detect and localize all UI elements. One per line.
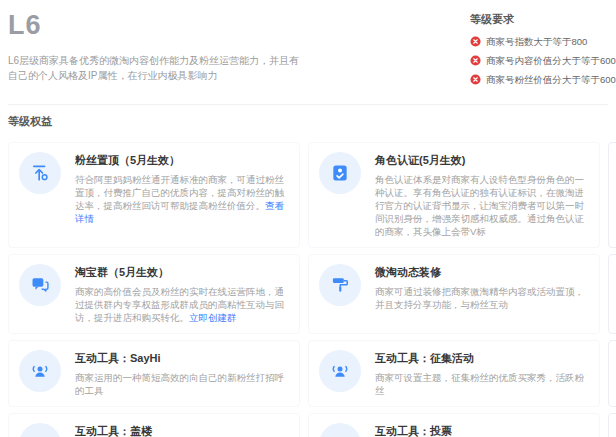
benefit-title: 互动工具：征集活动 xyxy=(375,351,589,366)
level-title: L6 xyxy=(8,10,318,41)
benefit-card-cutoff xyxy=(608,254,616,334)
benefit-card-cutoff xyxy=(608,413,616,437)
benefit-desc: 商家可设置主题，征集粉丝的优质买家秀，活跃粉丝 xyxy=(375,371,589,397)
pin-top-icon xyxy=(19,152,61,194)
requirement-text: 商家号指数大于等于800 xyxy=(486,36,587,49)
benefits-section: 等级权益 粉丝置顶（5月生效） 符合阿里妈妈粉丝通开通标准的商家，可通过粉丝置顶… xyxy=(8,104,608,437)
benefit-card-sayhi: 互动工具：SayHi 商家运用的一种简短高效的向自己的新粉丝打招呼的工具 xyxy=(8,340,300,407)
benefit-card-taobao-group: 淘宝群（5月生效） 商家的高价值会员及粉丝的实时在线运营阵地，通过提供群内专享权… xyxy=(8,254,300,334)
level-description: L6层级商家具备优秀的微淘内容创作能力及粉丝运营能力，并且有自己的个人风格及IP… xyxy=(8,53,306,83)
requirement-item: 商家号指数大于等于800 xyxy=(470,36,608,49)
benefits-header: 等级权益 xyxy=(8,114,608,129)
benefit-card-weitao-decorate: 微淘动态装修 商家可通过装修把商家微淘精华内容或活动置顶，并且支持分享功能，与粉… xyxy=(308,254,600,334)
person-broadcast-icon xyxy=(19,423,61,437)
benefits-row: 互动工具：盖楼 盖楼是一种互动工具，发布一个盖楼后用户就可以在微淘内容下进行盖楼… xyxy=(8,413,608,437)
requirement-text: 商家号粉丝价值分大于等于600 xyxy=(486,74,616,87)
requirement-item: 商家号粉丝价值分大于等于600 xyxy=(470,74,608,87)
red-x-icon xyxy=(470,55,481,68)
benefit-card-collect-activity: 互动工具：征集活动 商家可设置主题，征集粉丝的优质买家秀，活跃粉丝 xyxy=(308,340,600,407)
benefit-desc: 角色认证体系是对商家有人设特色型身份角色的一种认证。享有角色认证的独有认证标识，… xyxy=(375,173,589,238)
benefit-desc: 商家可通过装修把商家微淘精华内容或活动置顶，并且支持分享功能，与粉丝互动 xyxy=(375,285,589,311)
benefit-title: 互动工具：投票 xyxy=(375,424,589,437)
benefit-desc: 商家的高价值会员及粉丝的实时在线运营阵地，通过提供群内专享权益形成群成员的高粘性… xyxy=(75,285,289,324)
benefit-card-cutoff xyxy=(608,142,616,248)
benefit-desc: 商家运用的一种简短高效的向自己的新粉丝打招呼的工具 xyxy=(75,371,289,397)
benefit-title: 角色认证(5月生效) xyxy=(375,153,589,168)
benefit-card-role-cert: 角色认证(5月生效) 角色认证体系是对商家有人设特色型身份角色的一种认证。享有角… xyxy=(308,142,600,248)
red-x-icon xyxy=(470,74,481,87)
level-requirements: 等级要求 商家号指数大于等于800 商家号内容价值分大于等于600 商家号粉丝价… xyxy=(470,12,608,93)
benefit-desc-text: 商家的高价值会员及粉丝的实时在线运营阵地，通过提供群内专享权益形成群成员的高粘性… xyxy=(75,286,284,323)
benefit-title: 互动工具：SayHi xyxy=(75,351,289,366)
requirements-header: 等级要求 xyxy=(470,12,608,27)
benefits-row: 互动工具：SayHi 商家运用的一种简短高效的向自己的新粉丝打招呼的工具 互动工… xyxy=(8,340,608,407)
benefit-desc-text: 符合阿里妈妈粉丝通开通标准的商家，可通过粉丝置顶，付费推广自己的优质内容，提高对… xyxy=(75,174,284,211)
benefit-title: 微淘动态装修 xyxy=(375,265,589,280)
benefit-card-gailou: 互动工具：盖楼 盖楼是一种互动工具，发布一个盖楼后用户就可以在微淘内容下进行盖楼… xyxy=(8,413,300,437)
benefits-row: 淘宝群（5月生效） 商家的高价值会员及粉丝的实时在线运营阵地，通过提供群内专享权… xyxy=(8,254,608,334)
requirement-item: 商家号内容价值分大于等于600 xyxy=(470,55,608,68)
person-broadcast-icon xyxy=(319,423,361,437)
red-x-icon xyxy=(470,36,481,49)
person-broadcast-icon xyxy=(19,350,61,392)
benefit-title: 互动工具：盖楼 xyxy=(75,424,289,437)
level-intro: L6 L6层级商家具备优秀的微淘内容创作能力及粉丝运营能力，并且有自己的个人风格… xyxy=(8,8,318,83)
level-benefits-page: L6 L6层级商家具备优秀的微淘内容创作能力及粉丝运营能力，并且有自己的个人风格… xyxy=(0,0,616,437)
badge-check-icon xyxy=(319,152,361,194)
requirement-text: 商家号内容价值分大于等于600 xyxy=(486,55,616,68)
benefit-card-pin-top: 粉丝置顶（5月生效） 符合阿里妈妈粉丝通开通标准的商家，可通过粉丝置顶，付费推广… xyxy=(8,142,300,248)
paint-roller-icon xyxy=(319,264,361,306)
benefit-title: 粉丝置顶（5月生效） xyxy=(75,153,289,168)
top-section: L6 L6层级商家具备优秀的微淘内容创作能力及粉丝运营能力，并且有自己的个人风格… xyxy=(8,8,608,93)
chat-group-icon xyxy=(19,264,61,306)
benefit-title: 淘宝群（5月生效） xyxy=(75,265,289,280)
benefit-card-cutoff xyxy=(608,340,616,407)
benefit-desc: 符合阿里妈妈粉丝通开通标准的商家，可通过粉丝置顶，付费推广自己的优质内容，提高对… xyxy=(75,173,289,225)
create-group-link[interactable]: 立即创建群 xyxy=(189,312,237,323)
person-broadcast-icon xyxy=(319,350,361,392)
benefits-row: 粉丝置顶（5月生效） 符合阿里妈妈粉丝通开通标准的商家，可通过粉丝置顶，付费推广… xyxy=(8,142,608,248)
benefit-card-vote: 互动工具：投票 投票是一种内容互动工具，发布一个投票后就可以在微淘内容下进行展示… xyxy=(308,413,600,437)
